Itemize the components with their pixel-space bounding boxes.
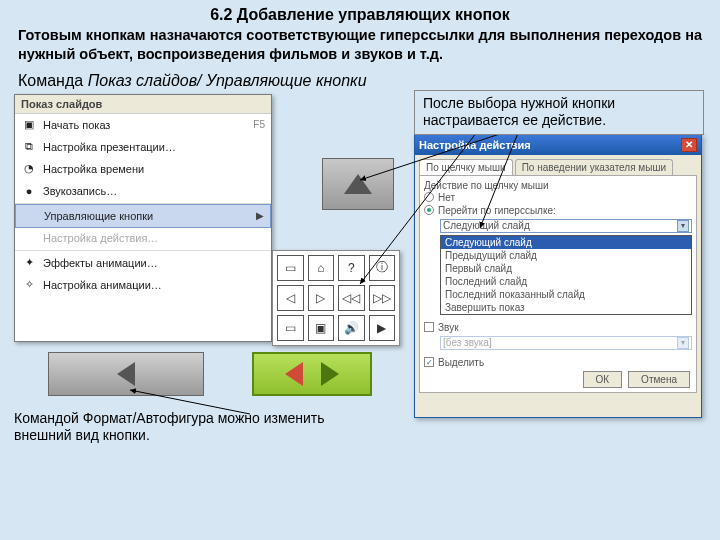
sample-button-up[interactable] xyxy=(322,158,394,210)
menu-shortcut: F5 xyxy=(253,119,265,130)
palette-movie[interactable]: ▶ xyxy=(369,315,396,341)
callout-top: После выбора нужной кнопки настраивается… xyxy=(414,90,704,135)
radio-icon xyxy=(424,205,434,215)
menu-item-record[interactable]: ● Звукозапись… xyxy=(15,180,271,202)
palette-info[interactable]: ⓘ xyxy=(369,255,396,281)
sample-button-back[interactable] xyxy=(48,352,204,396)
menu-label: Настройка действия… xyxy=(43,232,265,244)
checkbox-label: Выделить xyxy=(438,357,484,368)
radio-none[interactable]: Нет xyxy=(424,191,692,204)
main-area: Показ слайдов ▣ Начать показ F5 ⧉ Настро… xyxy=(0,94,720,464)
intro-bold: Готовым кнопкам назначаются xyxy=(18,27,246,43)
dd-last[interactable]: Последний слайд xyxy=(441,275,691,288)
chevron-down-icon: ▾ xyxy=(677,220,689,232)
checkbox-highlight[interactable]: ✓Выделить xyxy=(424,356,692,369)
dialog-titlebar: Настройка действия ✕ xyxy=(415,135,701,155)
dialog-body: Действие по щелчку мыши Нет Перейти по г… xyxy=(419,175,697,393)
tab-on-hover[interactable]: По наведении указателя мыши xyxy=(515,159,673,175)
monitor-icon: ▣ xyxy=(21,117,37,133)
close-button[interactable]: ✕ xyxy=(681,138,697,152)
radio-label: Перейти по гиперссылке: xyxy=(438,205,556,216)
cancel-button[interactable]: Отмена xyxy=(628,371,690,388)
palette-last[interactable]: ▷▷ xyxy=(369,285,396,311)
combo-value: [без звука] xyxy=(443,337,492,348)
record-icon: ● xyxy=(21,183,37,199)
menu-item-anim-effects[interactable]: ✦ Эффекты анимации… xyxy=(15,252,271,274)
dd-prev[interactable]: Предыдущий слайд xyxy=(441,249,691,262)
star-outline-icon: ✧ xyxy=(21,277,37,293)
combo-value: Следующий слайд xyxy=(443,220,530,231)
menu-label: Управляющие кнопки xyxy=(44,210,250,222)
palette-sound[interactable]: 🔊 xyxy=(338,315,365,341)
dialog-title: Настройка действия xyxy=(419,139,531,151)
palette-return[interactable]: ▣ xyxy=(308,315,335,341)
checkbox-label: Звук xyxy=(438,322,459,333)
menu-separator xyxy=(15,250,271,251)
menu-item-action-buttons[interactable]: Управляющие кнопки ▶ xyxy=(15,204,271,228)
intro-text: Готовым кнопкам назначаются соответствую… xyxy=(0,26,720,70)
menu-label: Настройка презентации… xyxy=(43,141,265,153)
menu-label: Эффекты анимации… xyxy=(43,257,265,269)
triangle-left-icon xyxy=(117,362,135,386)
triangle-right-green-icon xyxy=(321,362,339,386)
ok-button[interactable]: ОК xyxy=(583,371,623,388)
chevron-down-icon: ▾ xyxy=(677,337,689,349)
menu-label: Начать показ xyxy=(43,119,247,131)
palette-home[interactable]: ⌂ xyxy=(308,255,335,281)
submenu-arrow-icon: ▶ xyxy=(256,210,264,221)
dialog-buttons: ОК Отмена xyxy=(583,371,691,388)
menu-title: Показ слайдов xyxy=(15,95,271,114)
radio-hyperlink[interactable]: Перейти по гиперссылке: xyxy=(424,204,692,217)
menu-label: Звукозапись… xyxy=(43,185,265,197)
checkbox-icon: ✓ xyxy=(424,357,434,367)
slideshow-menu: Показ слайдов ▣ Начать показ F5 ⧉ Настро… xyxy=(14,94,272,342)
slide-heading: 6.2 Добавление управляющих кнопок xyxy=(0,0,720,26)
checkbox-icon xyxy=(424,322,434,332)
action-button-palette: ▭ ⌂ ? ⓘ ◁ ▷ ◁◁ ▷▷ ▭ ▣ 🔊 ▶ xyxy=(272,250,400,346)
menu-item-action-setup: Настройка действия… xyxy=(15,227,271,249)
menu-label: Настройка времени xyxy=(43,163,265,175)
menu-label: Настройка анимации… xyxy=(43,279,265,291)
section-label: Действие по щелчку мыши xyxy=(424,180,692,191)
blank-icon xyxy=(22,208,38,224)
sound-combo: [без звука] ▾ xyxy=(440,336,692,350)
menu-item-start[interactable]: ▣ Начать показ F5 xyxy=(15,114,271,136)
dialog-tabs: По щелчку мыши По наведении указателя мы… xyxy=(415,155,701,175)
tab-on-click[interactable]: По щелчку мыши xyxy=(419,159,513,175)
palette-help[interactable]: ? xyxy=(338,255,365,281)
command-prefix: Команда xyxy=(18,72,88,89)
radio-label: Нет xyxy=(438,192,455,203)
note-bottom: Командой Формат/Автофигура можно изменит… xyxy=(14,410,334,445)
checkbox-sound[interactable]: Звук xyxy=(424,321,692,334)
hyperlink-dropdown: Следующий слайд Предыдущий слайд Первый … xyxy=(440,235,692,315)
menu-item-timing[interactable]: ◔ Настройка времени xyxy=(15,158,271,180)
palette-custom[interactable]: ▭ xyxy=(277,255,304,281)
dd-first[interactable]: Первый слайд xyxy=(441,262,691,275)
palette-back[interactable]: ◁ xyxy=(277,285,304,311)
setup-icon: ⧉ xyxy=(21,139,37,155)
radio-icon xyxy=(424,192,434,202)
palette-first[interactable]: ◁◁ xyxy=(338,285,365,311)
star-icon: ✦ xyxy=(21,255,37,271)
triangle-left-red-icon xyxy=(285,362,303,386)
clock-icon: ◔ xyxy=(21,161,37,177)
dd-next[interactable]: Следующий слайд xyxy=(441,236,691,249)
palette-doc[interactable]: ▭ xyxy=(277,315,304,341)
dd-end[interactable]: Завершить показ xyxy=(441,301,691,314)
action-settings-dialog: Настройка действия ✕ По щелчку мыши По н… xyxy=(414,134,702,418)
blank-icon xyxy=(21,230,37,246)
hyperlink-combo[interactable]: Следующий слайд ▾ xyxy=(440,219,692,233)
dd-lastshown[interactable]: Последний показанный слайд xyxy=(441,288,691,301)
menu-item-anim-setup[interactable]: ✧ Настройка анимации… xyxy=(15,274,271,296)
menu-item-setup[interactable]: ⧉ Настройка презентации… xyxy=(15,136,271,158)
sample-button-green[interactable] xyxy=(252,352,372,396)
command-path: Показ слайдов/ Управляющие кнопки xyxy=(88,72,367,89)
triangle-up-icon xyxy=(344,174,372,194)
palette-forward[interactable]: ▷ xyxy=(308,285,335,311)
